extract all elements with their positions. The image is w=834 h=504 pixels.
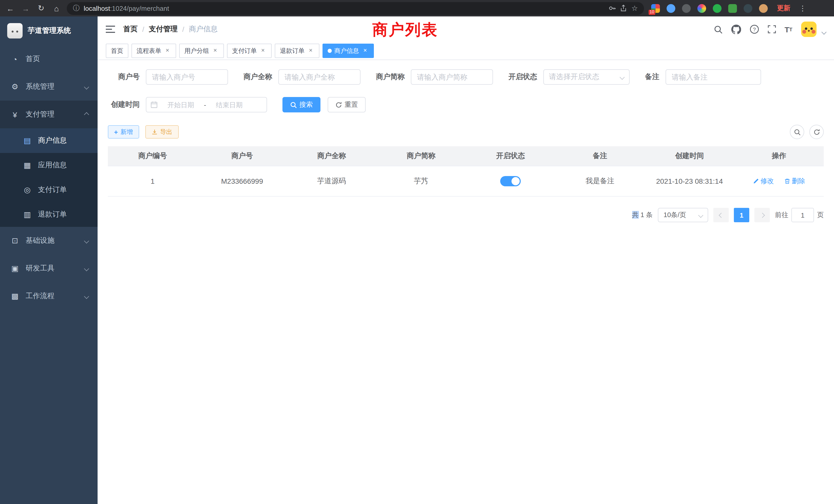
main-panel: 首页 / 支付管理 / 商户信息 商户列表 ?	[97, 17, 834, 504]
tab-close-icon[interactable]: ×	[164, 47, 171, 54]
tab-process-form[interactable]: 流程表单×	[131, 44, 176, 58]
address-bar[interactable]: ⓘ localhost:1024/pay/merchant ☆	[67, 2, 644, 15]
extension-icon-2[interactable]	[666, 4, 675, 13]
active-tab-dot	[328, 49, 332, 53]
col-create-time: 创建时间	[645, 146, 734, 166]
prev-page-button[interactable]	[713, 208, 729, 222]
refresh-table-button[interactable]	[809, 125, 824, 139]
tab-home[interactable]: 首页	[106, 44, 128, 58]
sidebar-item-refund-order[interactable]: ▥ 退款订单	[0, 202, 97, 227]
breadcrumb-home[interactable]: 首页	[123, 25, 138, 34]
download-icon	[151, 129, 157, 135]
table-row: 1 M233666999 芋道源码 芋艿 我是备注 2021-10-23 08:…	[108, 166, 824, 196]
tab-refund-order[interactable]: 退款订单×	[275, 44, 320, 58]
browser-forward-button[interactable]: →	[21, 4, 31, 13]
reset-button[interactable]: 重置	[328, 97, 366, 112]
browser-back-button[interactable]: ←	[5, 4, 16, 13]
browser-menu-icon[interactable]: ⋮	[797, 4, 808, 12]
plus-icon: +	[114, 128, 118, 136]
tab-merchant-info[interactable]: 商户信息×	[323, 44, 374, 58]
help-icon[interactable]: ?	[749, 25, 759, 34]
cell-merchant-no: M233666999	[197, 166, 287, 196]
sidebar-toggle-icon[interactable]	[106, 25, 115, 33]
card-icon: ▤	[23, 136, 32, 145]
extension-icon-1[interactable]: 10	[651, 4, 660, 13]
github-icon[interactable]	[731, 24, 741, 34]
sidebar-item-merchant-info[interactable]: ▤ 商户信息	[0, 128, 97, 153]
pagination-goto: 前往 页	[775, 208, 824, 222]
sidebar-item-system[interactable]: ⚙ 系统管理	[0, 73, 97, 100]
col-remark: 备注	[555, 146, 645, 166]
full-name-input[interactable]	[278, 69, 360, 85]
breadcrumb-separator: /	[182, 25, 184, 33]
tab-pay-order[interactable]: 支付订单×	[227, 44, 272, 58]
table-header-row: 商户编号 商户号 商户全称 商户简称 开启状态 备注 创建时间 操作	[108, 146, 824, 166]
avatar-caret-icon[interactable]	[821, 29, 827, 35]
edit-link[interactable]: 修改	[753, 177, 774, 186]
share-icon[interactable]	[620, 5, 627, 12]
delete-link[interactable]: 删除	[784, 177, 805, 186]
sidebar-item-home[interactable]: ◔ 首页	[0, 45, 97, 73]
tab-close-icon[interactable]: ×	[361, 47, 369, 54]
date-start-input[interactable]	[160, 100, 202, 109]
password-key-icon[interactable]	[609, 5, 616, 12]
extension-icon-6[interactable]	[728, 4, 737, 13]
tab-user-group[interactable]: 用户分组×	[179, 44, 224, 58]
sidebar-item-dev-tools[interactable]: ▣ 研发工具	[0, 255, 97, 282]
page-1-button[interactable]: 1	[734, 208, 749, 222]
status-select[interactable]: 请选择开启状态	[543, 69, 630, 85]
next-page-button[interactable]	[754, 208, 770, 222]
extension-icon-3[interactable]	[682, 4, 691, 13]
col-merchant-id: 商户编号	[108, 146, 197, 166]
full-name-label: 商户全称	[243, 72, 272, 82]
create-time-range[interactable]: -	[146, 97, 267, 112]
remark-input[interactable]	[665, 69, 761, 85]
browser-chrome: ← → ↻ ⌂ ⓘ localhost:1024/pay/merchant ☆ …	[0, 0, 834, 17]
tab-close-icon[interactable]: ×	[307, 47, 314, 54]
search-button[interactable]: 搜索	[282, 97, 321, 112]
extension-icon-5[interactable]	[713, 4, 722, 13]
extension-icon-4[interactable]	[697, 4, 706, 13]
chevron-down-icon	[84, 294, 89, 299]
status-toggle[interactable]	[500, 176, 521, 186]
breadcrumb-payment[interactable]: 支付管理	[149, 25, 178, 34]
show-search-toggle-button[interactable]	[790, 125, 804, 139]
sidebar-item-payment[interactable]: ¥ 支付管理	[0, 100, 97, 128]
date-end-input[interactable]	[208, 100, 250, 109]
calendar-icon	[151, 101, 158, 108]
browser-home-button[interactable]: ⌂	[51, 4, 62, 13]
user-avatar[interactable]	[801, 22, 816, 37]
short-name-input[interactable]	[411, 69, 493, 85]
fullscreen-icon[interactable]	[768, 25, 776, 33]
cell-merchant-id: 1	[108, 166, 197, 196]
pagination: 共 1 条 10条/页 1 前往 页	[108, 208, 824, 222]
browser-refresh-button[interactable]: ↻	[36, 4, 46, 13]
tab-close-icon[interactable]: ×	[212, 47, 219, 54]
tab-close-icon[interactable]: ×	[259, 47, 266, 54]
extension-bar: 10	[649, 4, 770, 13]
create-time-label: 创建时间	[108, 100, 140, 109]
sidebar-item-app-info[interactable]: ▦ 应用信息	[0, 153, 97, 178]
page-info-icon[interactable]: ⓘ	[73, 4, 80, 13]
header-search-icon[interactable]	[714, 25, 722, 33]
bookmark-star-icon[interactable]: ☆	[631, 4, 638, 12]
font-size-icon[interactable]: TT	[785, 25, 792, 33]
add-button[interactable]: + 新增	[108, 125, 139, 139]
page-size-select[interactable]: 10条/页	[658, 208, 708, 222]
monitor-icon: ⊡	[10, 236, 20, 245]
browser-update-button[interactable]: 更新	[777, 4, 790, 13]
goto-page-input[interactable]	[791, 208, 814, 222]
app-logo[interactable]: 芋道管理系统	[0, 17, 97, 45]
sidebar-item-infrastructure[interactable]: ⊡ 基础设施	[0, 227, 97, 255]
sidebar: 芋道管理系统 ◔ 首页 ⚙ 系统管理 ¥ 支付管理	[0, 17, 97, 504]
toolbox-icon: ▣	[10, 264, 20, 273]
filter-row-1: 商户号 商户全称 商户简称 开启状态 请选择开启状态	[108, 69, 824, 85]
export-button[interactable]: 导出	[145, 125, 178, 139]
red-annotation: 商户列表	[372, 20, 438, 41]
extension-icon-7[interactable]	[744, 4, 752, 13]
profile-avatar-icon[interactable]	[759, 4, 768, 13]
sidebar-item-workflow[interactable]: ▩ 工作流程	[0, 282, 97, 310]
merchant-no-input[interactable]	[146, 69, 228, 85]
breadcrumb: 首页 / 支付管理 / 商户信息	[123, 25, 218, 34]
sidebar-item-pay-order[interactable]: ◎ 支付订单	[0, 178, 97, 202]
